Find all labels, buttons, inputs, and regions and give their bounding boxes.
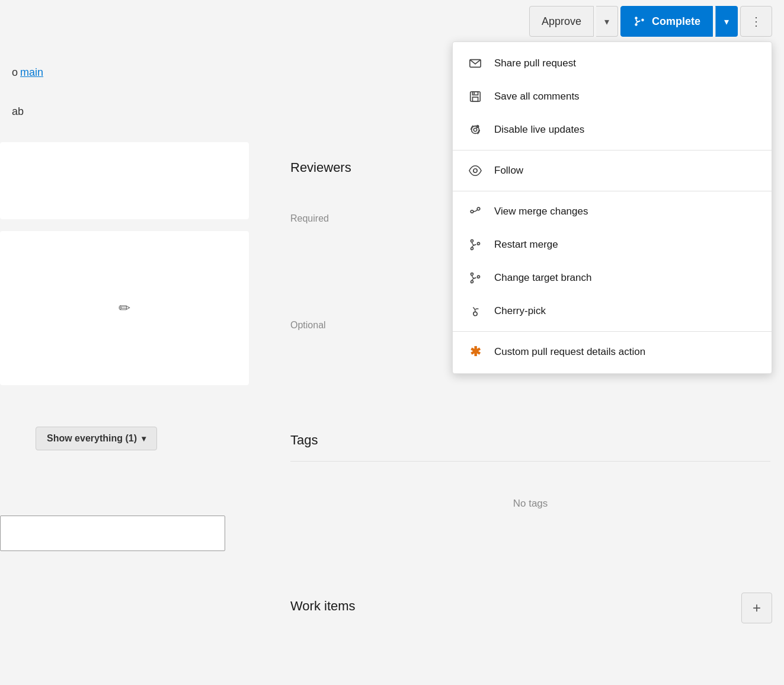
complete-label: Complete [652,15,700,28]
asterisk-icon: ✱ [467,344,484,360]
menu-item-save-all-comments[interactable]: Save all comments [453,80,772,113]
svg-point-18 [471,273,473,276]
approve-chevron-button[interactable]: ▾ [596,6,618,37]
svg-point-0 [635,17,637,19]
svg-rect-4 [471,92,481,102]
show-everything-label: Show everything (1) [47,433,137,444]
tab-label: ab [0,101,36,123]
menu-item-disable-live-updates[interactable]: ! Disable live updates [453,113,772,146]
live-update-icon: ! [467,121,484,138]
menu-label-share: Share pull request [494,57,576,69]
main-link-prefix: o [12,66,18,79]
svg-point-20 [477,276,479,278]
branch-icon [467,270,484,286]
menu-item-cherry-pick[interactable]: Cherry-pick [453,295,772,328]
edit-icon[interactable]: ✏ [119,300,130,316]
work-items-title: Work items [290,598,356,614]
menu-label-custom-action: Custom pull request details action [494,346,645,358]
svg-point-19 [471,280,473,283]
toolbar: Approve ▾ Complete ▾ ⋮ [529,6,772,37]
complete-chevron-button[interactable]: ▾ [715,6,738,37]
more-options-button[interactable]: ⋮ [740,6,772,37]
svg-point-15 [471,240,473,242]
restart-merge-icon [467,236,484,253]
eye-icon [467,162,484,179]
divider-1 [453,150,772,151]
tags-title: Tags [290,433,318,448]
menu-label-cherry-pick: Cherry-pick [494,305,546,317]
reviewers-title: Reviewers [290,160,351,175]
menu-label-disable: Disable live updates [494,124,584,136]
svg-point-14 [477,207,480,210]
divider-2 [453,191,772,191]
divider-3 [453,331,772,332]
complete-button[interactable]: Complete [620,6,713,37]
required-label: Required [290,213,329,224]
optional-label: Optional [290,320,326,331]
menu-item-view-merge-changes[interactable]: View merge changes [453,195,772,228]
svg-point-16 [471,247,473,249]
menu-label-restart: Restart merge [494,239,558,251]
white-box-1 [0,142,249,219]
white-box-2: ✏ [0,231,249,385]
menu-item-restart-merge[interactable]: Restart merge [453,228,772,261]
menu-item-change-target-branch[interactable]: Change target branch [453,261,772,295]
svg-rect-5 [472,92,478,95]
complete-chevron-icon: ▾ [724,16,729,27]
add-icon: + [753,600,761,616]
svg-point-13 [471,210,473,213]
menu-label-save: Save all comments [494,91,580,103]
show-everything-button[interactable]: Show everything (1) ▾ [36,427,157,450]
menu-item-custom-action[interactable]: ✱ Custom pull request details action [453,335,772,369]
text-input-box[interactable] [0,516,225,551]
more-options-icon: ⋮ [750,14,762,28]
svg-point-1 [635,23,637,25]
menu-item-follow[interactable]: Follow [453,154,772,187]
menu-label-follow: Follow [494,165,523,177]
left-panel: o main ab ✏ Show everything (1) ▾ [0,0,255,685]
save-icon [467,88,484,105]
right-panel: Approve ▾ Complete ▾ ⋮ [255,0,784,685]
work-items-add-button[interactable]: + [741,593,772,623]
main-branch-link[interactable]: main [20,66,43,79]
svg-rect-6 [472,97,478,101]
cherry-pick-icon [467,303,484,319]
svg-point-9 [473,128,477,132]
merge-view-icon [467,203,484,220]
envelope-icon [467,55,484,72]
svg-point-12 [473,169,477,172]
no-tags-label: No tags [290,498,770,510]
svg-text:!: ! [476,125,477,128]
approve-chevron-icon: ▾ [604,16,609,27]
svg-point-17 [477,242,479,245]
svg-point-2 [641,19,644,21]
show-everything-chevron: ▾ [142,434,146,443]
menu-label-view-merge: View merge changes [494,206,588,217]
menu-item-share-pull-request[interactable]: Share pull request [453,47,772,80]
approve-button[interactable]: Approve [529,6,594,37]
menu-label-change-branch: Change target branch [494,272,591,284]
dropdown-menu: Share pull request Save all comments [452,41,772,374]
tags-divider [290,461,770,462]
svg-point-21 [473,312,477,315]
complete-merge-icon [633,15,646,28]
